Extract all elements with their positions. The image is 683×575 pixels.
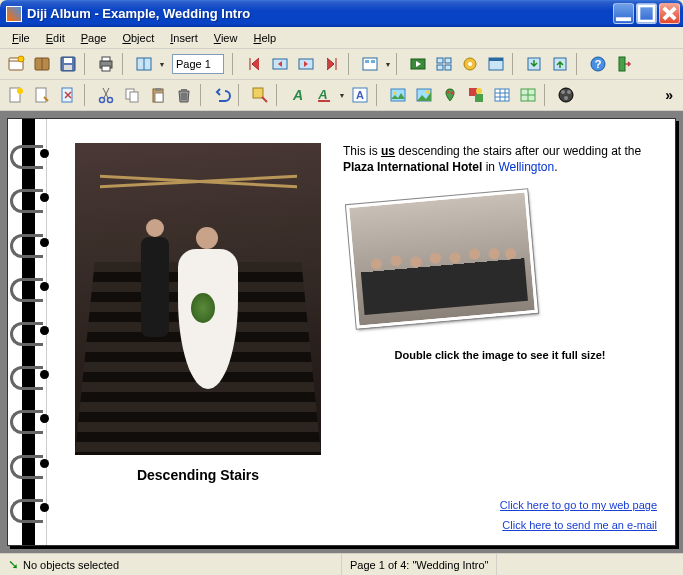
minimize-button[interactable] [613, 3, 634, 24]
first-page-button[interactable] [242, 52, 266, 76]
web-page-link[interactable]: Click here to go to my web page [343, 499, 657, 511]
svg-rect-15 [365, 60, 369, 63]
svg-rect-42 [181, 89, 187, 91]
new-album-button[interactable] [4, 52, 28, 76]
svg-rect-19 [445, 58, 451, 63]
print-button[interactable] [94, 52, 118, 76]
prev-page-button[interactable] [268, 52, 292, 76]
open-album-button[interactable] [30, 52, 54, 76]
svg-rect-40 [155, 88, 161, 91]
menu-edit[interactable]: Edit [38, 30, 73, 46]
last-page-button[interactable] [320, 52, 344, 76]
status-page: Page 1 of 4: "Wedding Intro" [342, 554, 497, 575]
group-photo[interactable] [346, 190, 538, 329]
svg-point-54 [451, 92, 454, 95]
copy-button[interactable] [120, 83, 144, 107]
text-color-button[interactable]: A [312, 83, 336, 107]
upload-button[interactable] [548, 52, 572, 76]
svg-rect-25 [489, 58, 503, 61]
page-props-button[interactable] [30, 83, 54, 107]
text-color-dropdown[interactable]: ▼ [338, 92, 346, 99]
svg-rect-10 [102, 66, 110, 71]
svg-rect-46 [318, 100, 330, 102]
insert-shape-button[interactable] [464, 83, 488, 107]
work-area: Descending Stairs This is us descending … [0, 111, 683, 553]
next-page-button[interactable] [294, 52, 318, 76]
goto-page-button[interactable] [132, 52, 156, 76]
svg-rect-18 [437, 58, 443, 63]
menu-view[interactable]: View [206, 30, 246, 46]
svg-rect-43 [253, 88, 263, 98]
help-button[interactable]: ? [586, 52, 610, 76]
page-layout-button[interactable] [358, 52, 382, 76]
menu-object[interactable]: Object [114, 30, 162, 46]
slideshow-button[interactable] [406, 52, 430, 76]
text-box-button[interactable]: A [348, 83, 372, 107]
svg-rect-6 [64, 58, 72, 63]
svg-rect-14 [363, 58, 377, 70]
page-content: Descending Stairs This is us descending … [46, 119, 675, 545]
export-button[interactable] [522, 52, 546, 76]
svg-point-32 [17, 88, 23, 94]
save-button[interactable] [56, 52, 80, 76]
object-props-button[interactable] [248, 83, 272, 107]
text-format-a-button[interactable]: A [286, 83, 310, 107]
undo-button[interactable] [210, 83, 234, 107]
insert-scenery-button[interactable] [412, 83, 436, 107]
delete-page-button[interactable] [56, 83, 80, 107]
menu-file[interactable]: File [4, 30, 38, 46]
svg-rect-41 [155, 93, 163, 102]
toolbar-main: ▼ ▼ ? [0, 49, 683, 80]
statusbar: ➘ No objects selected Page 1 of 4: "Wedd… [0, 553, 683, 575]
paste-button[interactable] [146, 83, 170, 107]
window-title: Diji Album - Example, Wedding Intro [27, 6, 613, 21]
insert-table-button[interactable] [490, 83, 514, 107]
insert-clipart-button[interactable] [438, 83, 462, 107]
trash-button[interactable] [172, 83, 196, 107]
insert-image-button[interactable] [386, 83, 410, 107]
insert-grid-button[interactable] [516, 83, 540, 107]
exit-button[interactable] [612, 52, 636, 76]
svg-point-36 [108, 98, 113, 103]
maximize-button[interactable] [636, 3, 657, 24]
svg-text:A: A [317, 87, 327, 102]
svg-rect-56 [475, 94, 483, 102]
location-link[interactable]: Wellington [498, 160, 554, 174]
goto-page-dropdown[interactable]: ▼ [158, 61, 166, 68]
menu-insert[interactable]: Insert [162, 30, 206, 46]
svg-point-35 [100, 98, 105, 103]
cut-button[interactable] [94, 83, 118, 107]
app-icon [6, 6, 22, 22]
svg-rect-33 [36, 88, 46, 102]
menu-page[interactable]: Page [73, 30, 115, 46]
album-page[interactable]: Descending Stairs This is us descending … [7, 118, 676, 546]
toolbar-overflow-icon[interactable]: » [659, 87, 679, 103]
page-number-input[interactable] [172, 54, 224, 74]
svg-rect-0 [616, 17, 631, 21]
options-button[interactable] [458, 52, 482, 76]
new-page-button[interactable] [4, 83, 28, 107]
svg-rect-30 [619, 57, 625, 71]
spiral-binding [8, 119, 46, 545]
status-arrow-icon: ➘ [8, 557, 19, 572]
svg-point-3 [18, 56, 24, 62]
svg-point-53 [447, 91, 450, 94]
description-text: This is us descending the stairs after o… [343, 143, 657, 175]
svg-rect-38 [130, 92, 138, 102]
close-button[interactable] [659, 3, 680, 24]
email-link[interactable]: Click here to send me an e-mail [343, 519, 657, 531]
svg-rect-1 [639, 6, 654, 21]
main-photo[interactable] [75, 143, 321, 455]
thumbnails-button[interactable] [432, 52, 456, 76]
svg-text:A: A [356, 89, 364, 101]
hint-text: Double click the image to see it full si… [343, 349, 657, 361]
insert-video-button[interactable] [554, 83, 578, 107]
menu-help[interactable]: Help [245, 30, 284, 46]
fullscreen-button[interactable] [484, 52, 508, 76]
toolbar-objects: A A ▼ A » [0, 80, 683, 111]
svg-rect-49 [391, 89, 405, 101]
svg-text:A: A [292, 87, 303, 103]
svg-point-23 [468, 62, 472, 66]
page-layout-dropdown[interactable]: ▼ [384, 61, 392, 68]
svg-point-57 [476, 88, 482, 94]
